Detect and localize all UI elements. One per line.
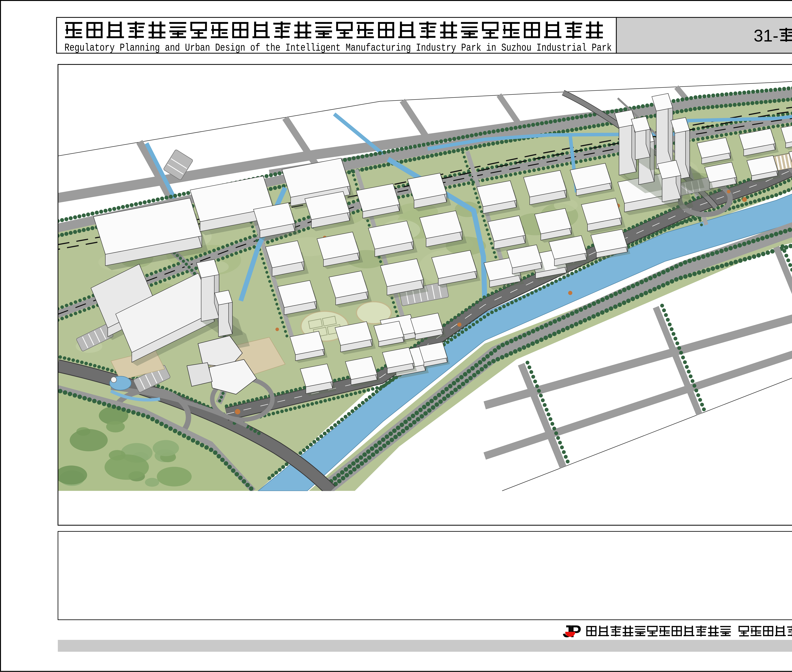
svg-text:Regulatory Planning and Urban: Regulatory Planning and Urban Design of … (64, 42, 612, 54)
svg-text:JP: JP (563, 622, 581, 641)
svg-text:31-: 31- (754, 26, 778, 45)
